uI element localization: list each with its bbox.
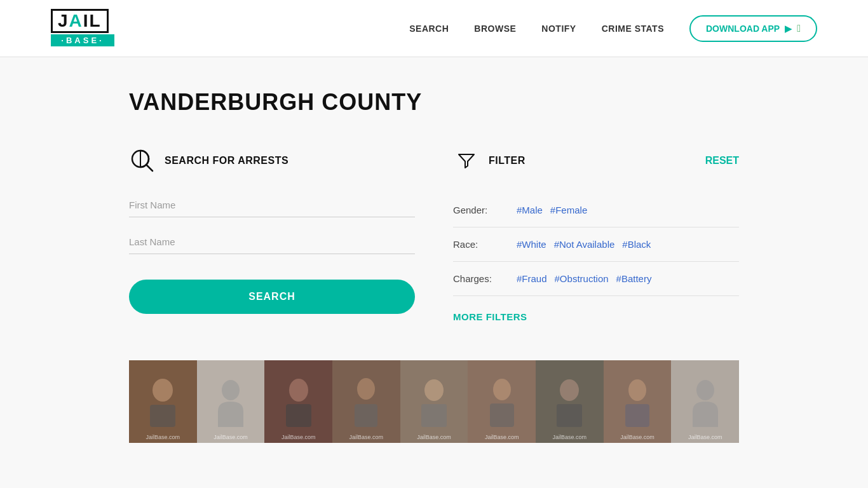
mugshot-1-label: JailBase.com	[146, 434, 180, 440]
svg-rect-17	[625, 404, 649, 427]
svg-point-12	[493, 379, 511, 400]
mugshot-strip: JailBase.com JailBase.com JailBase.com	[129, 360, 739, 443]
nav-browse[interactable]: BROWSE	[474, 24, 516, 34]
filter-label-gender: Gender:	[453, 205, 504, 215]
main-nav: SEARCH BROWSE NOTIFY CRIME STATS DOWNLOA…	[409, 15, 817, 42]
mugshot-7[interactable]: JailBase.com	[536, 360, 604, 443]
download-app-label: DOWNLOAD APP	[706, 24, 780, 34]
nav-crime-stats[interactable]: CRIME STATS	[602, 24, 664, 34]
svg-point-5	[222, 380, 240, 400]
filter-tags-gender: #Male #Female	[517, 205, 587, 215]
svg-rect-15	[557, 404, 582, 427]
svg-point-10	[424, 379, 444, 401]
svg-point-6	[289, 379, 308, 402]
mugshot-6-label: JailBase.com	[485, 434, 519, 440]
filter-header: FILTER RESET	[453, 147, 739, 174]
first-name-group	[129, 193, 415, 217]
main-content: VANDERBURGH COUNTY SEARCH FOR ARRESTS	[116, 57, 752, 443]
filter-tag-black[interactable]: #Black	[622, 239, 651, 250]
filter-label-race: Race:	[453, 239, 504, 250]
play-icon: ▶	[785, 24, 792, 34]
more-filters-button[interactable]: MORE FILTERS	[453, 311, 739, 322]
apple-icon: 	[797, 23, 801, 34]
filter-tag-male[interactable]: #Male	[517, 205, 543, 215]
svg-rect-9	[355, 404, 377, 427]
filter-tag-female[interactable]: #Female	[550, 205, 587, 215]
first-name-input[interactable]	[129, 193, 415, 217]
mugshot-2-label: JailBase.com	[214, 434, 248, 440]
filter-icon	[453, 147, 480, 174]
nav-search[interactable]: SEARCH	[409, 24, 449, 34]
filter-section-title: FILTER	[489, 155, 526, 166]
filter-label-charges: Charges:	[453, 273, 504, 284]
svg-line-1	[146, 165, 153, 171]
svg-point-16	[628, 379, 646, 401]
mugshot-5[interactable]: JailBase.com	[400, 360, 468, 443]
mugshot-4-label: JailBase.com	[349, 434, 384, 440]
last-name-group	[129, 230, 415, 254]
filter-tag-obstruction[interactable]: #Obstruction	[555, 273, 609, 284]
svg-point-8	[357, 378, 375, 400]
filter-tag-fraud[interactable]: #Fraud	[517, 273, 547, 284]
filter-row-charges: Charges: #Fraud #Obstruction #Battery	[453, 262, 739, 296]
logo-jail-text: JAIL	[51, 9, 109, 33]
mugshot-4[interactable]: JailBase.com	[332, 360, 400, 443]
download-app-button[interactable]: DOWNLOAD APP ▶ 	[689, 15, 817, 42]
svg-rect-4	[150, 405, 175, 427]
mugshot-6[interactable]: JailBase.com	[468, 360, 536, 443]
filter-tag-white[interactable]: #White	[517, 239, 546, 250]
mugshot-8-label: JailBase.com	[620, 434, 654, 440]
mugshot-5-label: JailBase.com	[417, 434, 451, 440]
filter-tags-charges: #Fraud #Obstruction #Battery	[517, 273, 651, 284]
svg-rect-7	[286, 404, 311, 427]
filter-section: FILTER RESET Gender: #Male #Female Race:…	[453, 147, 739, 322]
mugshot-9[interactable]: JailBase.com	[671, 360, 739, 443]
filter-row-gender: Gender: #Male #Female	[453, 193, 739, 227]
mugshot-7-label: JailBase.com	[553, 434, 587, 440]
search-header: SEARCH FOR ARRESTS	[129, 147, 415, 174]
filter-tag-battery[interactable]: #Battery	[616, 273, 652, 284]
mugshot-3-label: JailBase.com	[281, 434, 316, 440]
nav-notify[interactable]: NOTIFY	[541, 24, 576, 34]
svg-point-14	[560, 379, 579, 401]
mugshot-1[interactable]: JailBase.com	[129, 360, 197, 443]
filter-tags-race: #White #Not Available #Black	[517, 239, 651, 250]
last-name-input[interactable]	[129, 230, 415, 254]
filter-tag-not-available[interactable]: #Not Available	[554, 239, 615, 250]
filter-header-left: FILTER	[453, 147, 526, 174]
search-button[interactable]: SEARCH	[129, 280, 415, 314]
reset-button[interactable]: RESET	[705, 155, 739, 166]
mugshot-8[interactable]: JailBase.com	[604, 360, 672, 443]
search-section: SEARCH FOR ARRESTS SEARCH	[129, 147, 415, 322]
filter-row-race: Race: #White #Not Available #Black	[453, 227, 739, 262]
county-title: VANDERBURGH COUNTY	[129, 89, 739, 116]
svg-rect-11	[421, 404, 447, 427]
content-grid: SEARCH FOR ARRESTS SEARCH	[129, 147, 739, 322]
search-arrests-icon	[129, 147, 156, 174]
search-section-title: SEARCH FOR ARRESTS	[165, 155, 288, 166]
svg-point-18	[696, 380, 714, 400]
site-header: JAIL ·BASE· SEARCH BROWSE NOTIFY CRIME S…	[0, 0, 868, 57]
svg-point-3	[153, 379, 173, 402]
logo[interactable]: JAIL ·BASE·	[51, 9, 114, 48]
svg-rect-13	[490, 403, 514, 427]
logo-base-text: ·BASE·	[51, 34, 114, 46]
mugshot-9-label: JailBase.com	[688, 434, 722, 440]
mugshot-2[interactable]: JailBase.com	[197, 360, 265, 443]
mugshot-3[interactable]: JailBase.com	[264, 360, 332, 443]
